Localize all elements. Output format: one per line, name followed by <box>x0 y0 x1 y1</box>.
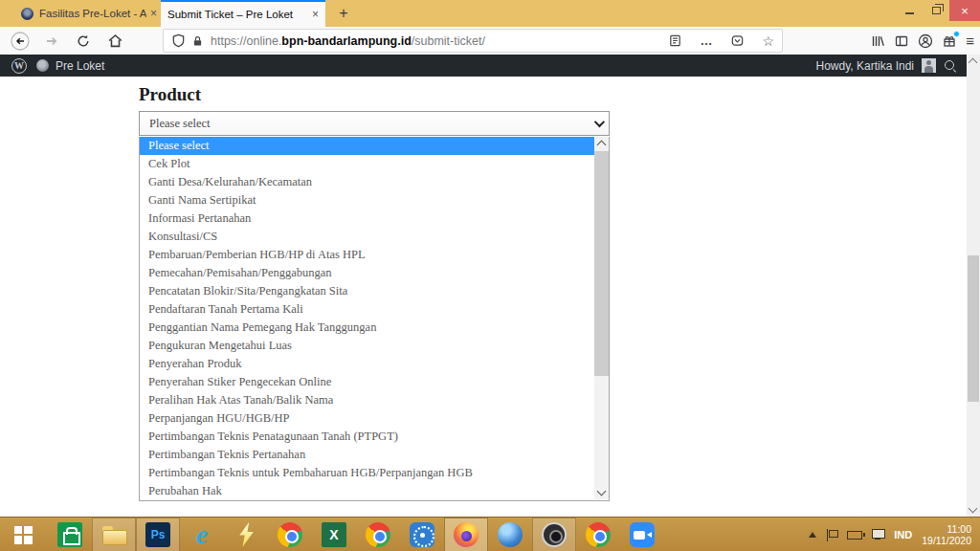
dropdown-option[interactable]: Informasi Pertanahan <box>140 209 609 228</box>
dropdown-option[interactable]: Konsultasi/CS <box>140 228 609 246</box>
taskbar-ie-icon[interactable]: e <box>180 518 224 551</box>
taskbar-winamp-icon[interactable] <box>224 518 268 551</box>
taskbar-explorer-icon[interactable] <box>92 518 136 551</box>
lock-icon[interactable] <box>191 34 204 48</box>
dropdown-option[interactable]: Pertimbangan Teknis Pertanahan <box>140 446 609 464</box>
page-actions-icon[interactable]: … <box>700 33 713 48</box>
tab-close-icon[interactable]: × <box>312 8 319 21</box>
dropdown-scrollbar-thumb[interactable] <box>594 151 609 376</box>
browser-titlebar: Fasilitas Pre-Loket - ATR/BPN K × Submit… <box>0 0 980 27</box>
action-center-flag-icon[interactable] <box>826 529 837 541</box>
taskbar-chrome2-icon[interactable] <box>356 518 400 551</box>
dropdown-option[interactable]: Pembaruan/Pemberian HGB/HP di Atas HPL <box>140 246 609 264</box>
minimize-button[interactable] <box>896 0 923 21</box>
dropdown-option[interactable]: Penyerahan Produk <box>140 355 609 373</box>
language-indicator[interactable]: IND <box>894 529 912 540</box>
url-text: https://online.bpn-bandarlampung.id/subm… <box>211 34 485 48</box>
account-icon[interactable] <box>918 33 933 49</box>
sidebar-icon[interactable] <box>894 33 909 49</box>
battery-icon[interactable] <box>847 531 862 540</box>
dropdown-option[interactable]: Ganti Nama Sertipikat <box>140 191 609 209</box>
site-favicon <box>21 8 33 20</box>
page-scrollbar[interactable] <box>967 55 980 517</box>
wordpress-logo-icon[interactable]: W <box>11 58 27 74</box>
tab-title: Fasilitas Pre-Loket - ATR/BPN K <box>39 8 146 19</box>
home-button[interactable] <box>102 30 127 53</box>
chrome3-icon <box>586 522 611 547</box>
winamp-icon <box>234 522 258 547</box>
taskbar-globe-icon[interactable] <box>488 518 532 551</box>
photoshop-icon: Ps <box>145 522 170 547</box>
dropdown-option[interactable]: Pendaftaran Tanah Pertama Kali <box>140 300 609 319</box>
reader-mode-icon[interactable] <box>668 33 682 48</box>
dropdown-option[interactable]: Pertimbangan Teknis untuk Pembaharuan HG… <box>140 464 609 482</box>
user-avatar[interactable] <box>922 58 936 73</box>
taskbar-firefox-icon[interactable] <box>444 518 488 551</box>
tab-submit-ticket[interactable]: Submit Ticket – Pre Loket × <box>161 0 325 27</box>
bookmark-star-icon[interactable]: ☆ <box>762 33 774 49</box>
forward-button[interactable] <box>39 30 64 53</box>
dropdown-option[interactable]: Pengukuran Mengetahui Luas <box>140 337 609 355</box>
admin-bar-greeting[interactable]: Howdy, Kartika Indi <box>816 59 915 73</box>
taskbar-rays-icon[interactable] <box>400 518 444 551</box>
globe-icon <box>498 522 523 547</box>
dropdown-option[interactable]: Peralihan Hak Atas Tanah/Balik Nama <box>140 391 609 409</box>
taskbar-chrome3-icon[interactable] <box>576 518 620 551</box>
dropdown-scrollbar[interactable] <box>594 137 609 499</box>
whats-new-gift-icon[interactable] <box>942 33 957 49</box>
taskbar-zoomapp-icon[interactable] <box>620 518 664 551</box>
admin-bar-site-name[interactable]: Pre Loket <box>56 59 104 73</box>
select-value: Please select <box>140 117 211 131</box>
dropdown-option[interactable]: Ganti Desa/Kelurahan/Kecamatan <box>140 173 609 191</box>
back-button[interactable] <box>8 30 33 53</box>
start-button[interactable] <box>0 518 46 551</box>
dropdown-option[interactable]: Penyerahan Stiker Pengecekan Online <box>140 373 609 391</box>
system-tray: IND 11:00 19/11/2020 <box>809 518 980 551</box>
dropdown-option[interactable]: Perpanjangan HGU/HGB/HP <box>140 409 609 428</box>
clock[interactable]: 11:00 19/11/2020 <box>922 523 971 546</box>
window-controls: × <box>896 0 980 21</box>
tab-close-icon[interactable]: × <box>150 7 157 20</box>
taskbar-photoshop-icon[interactable]: Ps <box>136 518 180 551</box>
chevron-down-icon <box>594 117 605 127</box>
pocket-icon[interactable] <box>730 33 745 48</box>
windows-taskbar: PseX IND 11:00 19/11/2020 <box>0 517 980 551</box>
tracking-protection-shield-icon[interactable] <box>171 33 186 48</box>
store-icon <box>57 522 82 547</box>
menu-hamburger-icon[interactable]: ≡ <box>966 33 974 49</box>
product-select[interactable]: Please select <box>139 111 610 136</box>
new-tab-button[interactable]: + <box>331 0 356 27</box>
dropdown-option[interactable]: Pertimbangan Teknis Penatagunaan Tanah (… <box>140 428 609 446</box>
clock-date: 19/11/2020 <box>922 535 971 546</box>
library-icon[interactable] <box>870 33 885 49</box>
scroll-down-icon[interactable] <box>596 487 606 496</box>
dropdown-options: Please selectCek PlotGanti Desa/Keluraha… <box>140 137 609 500</box>
site-logo-icon <box>36 59 49 72</box>
close-button[interactable]: × <box>949 0 980 21</box>
network-icon[interactable] <box>872 529 884 540</box>
taskbar-store-icon[interactable] <box>48 518 92 551</box>
dropdown-option[interactable]: Pemecahan/Pemisahan/Penggabungan <box>140 264 609 282</box>
restore-button[interactable] <box>923 0 949 21</box>
screen: Fasilitas Pre-Loket - ATR/BPN K × Submit… <box>0 0 980 551</box>
tray-expand-icon[interactable] <box>809 532 816 538</box>
camera-icon <box>542 522 567 547</box>
taskbar-camera-icon[interactable] <box>532 518 576 551</box>
taskbar-apps: PseX <box>48 518 664 551</box>
taskbar-chrome-icon[interactable] <box>268 518 312 551</box>
tab-fasilitas-pre-loket[interactable]: Fasilitas Pre-Loket - ATR/BPN K × <box>17 0 161 27</box>
taskbar-excel-icon[interactable]: X <box>312 518 356 551</box>
scroll-up-icon[interactable] <box>596 141 606 150</box>
scroll-down-icon[interactable] <box>969 504 978 514</box>
scroll-up-icon[interactable] <box>969 58 978 68</box>
dropdown-option[interactable]: Please select <box>140 137 609 155</box>
dropdown-option[interactable]: Pencatatan Blokir/Sita/Pengangkatan Sita <box>140 282 609 300</box>
dropdown-option[interactable]: Cek Plot <box>140 155 609 173</box>
dropdown-option[interactable]: Penggantian Nama Pemegang Hak Tanggungan <box>140 319 609 337</box>
dropdown-option[interactable]: Perubahan Hak <box>140 482 609 500</box>
page-scrollbar-thumb[interactable] <box>968 255 979 402</box>
refresh-icon[interactable] <box>71 30 96 53</box>
url-bar[interactable]: https://online.bpn-bandarlampung.id/subm… <box>163 29 783 53</box>
search-icon[interactable] <box>944 59 957 73</box>
chrome-icon <box>278 522 302 547</box>
